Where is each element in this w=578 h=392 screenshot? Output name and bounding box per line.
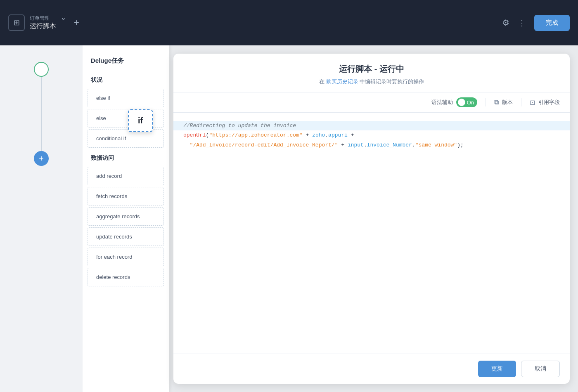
code-appuri: appuri bbox=[328, 132, 348, 138]
workflow-node-start bbox=[34, 62, 49, 77]
code-line-1: //Redirecting to update the invoice bbox=[173, 121, 570, 130]
workflow-add-button[interactable]: + bbox=[34, 151, 49, 166]
app-main-title: 运行脚本 bbox=[30, 22, 56, 31]
main-area: + Deluge任务 状况 else if else conditional i… bbox=[0, 45, 578, 392]
syntax-label: 语法辅助 bbox=[431, 99, 453, 106]
chevron-down-icon[interactable]: ˅ bbox=[61, 17, 66, 28]
toolbar-divider-1 bbox=[486, 98, 486, 106]
if-tooltip-label: if bbox=[138, 116, 143, 125]
code-line-3: "/Add_Invoice/record-edit/Add_Invoice_Re… bbox=[183, 140, 560, 150]
toggle-dot bbox=[458, 99, 465, 106]
toggle-label: On bbox=[467, 99, 474, 106]
status-section-title: 状况 bbox=[83, 71, 169, 87]
workflow-sidebar: + bbox=[0, 45, 83, 392]
snippet-else-if[interactable]: else if bbox=[88, 89, 164, 107]
if-tooltip: if bbox=[128, 109, 153, 132]
top-bar: ⊞ 订单管理 运行脚本 ˅ + ⚙ ⋮ 完成 bbox=[0, 0, 578, 45]
snippet-for-each-record[interactable]: for each record bbox=[88, 248, 164, 266]
app-icon: ⊞ bbox=[8, 14, 25, 31]
subtitle-suffix: 中编辑记录时要执行的操作 bbox=[360, 78, 424, 85]
snippet-panel: Deluge任务 状况 else if else conditional if … bbox=[83, 45, 169, 392]
editor-panel: 运行脚本 - 运行中 在 购买历史记录 中编辑记录时要执行的操作 语法辅助 On… bbox=[173, 54, 570, 384]
snippet-add-record[interactable]: add record bbox=[88, 167, 164, 185]
workflow-line bbox=[41, 77, 42, 151]
editor-header: 运行脚本 - 运行中 在 购买历史记录 中编辑记录时要执行的操作 bbox=[173, 54, 570, 92]
field-item[interactable]: ⊡ 引用字段 bbox=[530, 99, 560, 106]
subtitle-link[interactable]: 购买历史记录 bbox=[326, 78, 358, 85]
code-area[interactable]: //Redirecting to update the invoice open… bbox=[173, 113, 570, 354]
copy-icon: ⧉ bbox=[494, 99, 499, 106]
complete-button[interactable]: 完成 bbox=[534, 15, 570, 31]
code-invoice: Invoice_Number bbox=[367, 142, 412, 148]
code-comment: //Redirecting to update the invoice bbox=[183, 123, 296, 129]
app-title: 订单管理 运行脚本 bbox=[30, 15, 56, 31]
field-icon: ⊡ bbox=[530, 99, 535, 106]
snippet-delete-records[interactable]: delete records bbox=[88, 268, 164, 286]
top-bar-left: ⊞ 订单管理 运行脚本 ˅ + bbox=[8, 14, 495, 31]
code-zoho: zoho bbox=[312, 132, 325, 138]
editor-footer: 更新 取消 bbox=[173, 354, 570, 384]
version-item[interactable]: ⧉ 版本 bbox=[494, 99, 513, 106]
code-line-2: openUrl("https://app.zohocreator.com" + … bbox=[183, 130, 560, 140]
code-same-window: "same window" bbox=[415, 142, 457, 148]
deluge-title: Deluge任务 bbox=[83, 54, 169, 71]
code-func: openUrl bbox=[183, 132, 206, 138]
code-input: input bbox=[348, 142, 364, 148]
version-label: 版本 bbox=[502, 99, 513, 106]
editor-subtitle: 在 购买历史记录 中编辑记录时要执行的操作 bbox=[186, 78, 557, 85]
node-inner bbox=[39, 67, 43, 71]
code-string-path: "/Add_Invoice/record-edit/Add_Invoice_Re… bbox=[190, 142, 338, 148]
settings-icon[interactable]: ⚙ bbox=[502, 18, 509, 28]
field-label: 引用字段 bbox=[538, 99, 560, 106]
snippet-conditional-if[interactable]: conditional if bbox=[88, 129, 164, 148]
plus-icon[interactable]: + bbox=[74, 17, 79, 28]
app-icon-symbol: ⊞ bbox=[14, 18, 20, 27]
update-button[interactable]: 更新 bbox=[478, 361, 516, 377]
snippet-update-records[interactable]: update records bbox=[88, 227, 164, 246]
editor-title: 运行脚本 - 运行中 bbox=[186, 64, 557, 75]
more-icon[interactable]: ⋮ bbox=[518, 18, 526, 28]
subtitle-prefix: 在 bbox=[319, 78, 325, 85]
syntax-toggle[interactable]: On bbox=[456, 97, 477, 107]
toolbar-divider-2 bbox=[521, 98, 521, 106]
code-string-url: "https://app.zohocreator.com" bbox=[209, 132, 302, 138]
syntax-assist-item: 语法辅助 On bbox=[431, 97, 477, 107]
snippet-fetch-records[interactable]: fetch records bbox=[88, 187, 164, 205]
snippet-aggregate-records[interactable]: aggregate records bbox=[88, 207, 164, 226]
editor-toolbar: 语法辅助 On ⧉ 版本 ⊡ 引用字段 bbox=[173, 92, 570, 113]
data-access-title: 数据访问 bbox=[83, 149, 169, 165]
top-bar-actions: ˅ + bbox=[61, 17, 79, 28]
cancel-button[interactable]: 取消 bbox=[521, 361, 560, 377]
app-subtitle: 订单管理 bbox=[30, 15, 56, 22]
